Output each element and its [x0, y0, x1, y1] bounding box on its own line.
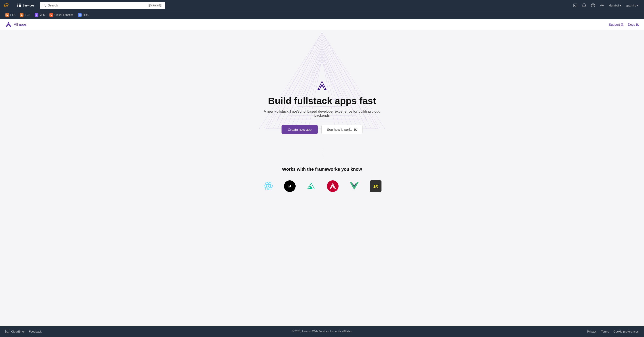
- ec2-icon: E: [20, 13, 24, 17]
- breadcrumb-cloudformation[interactable]: C CloudFormation: [48, 12, 75, 17]
- frameworks-grid: N: [261, 179, 383, 193]
- svg-point-7: [601, 5, 603, 6]
- framework-react[interactable]: [261, 179, 276, 193]
- ec2-label: EC2: [25, 13, 30, 16]
- external-link-icon: [621, 23, 624, 26]
- terms-link[interactable]: Terms: [601, 330, 609, 333]
- framework-nuxt[interactable]: [304, 179, 318, 193]
- cloudformation-icon: C: [50, 13, 53, 17]
- services-button[interactable]: Services: [16, 3, 36, 8]
- nav-right-actions: Mumbai ▾ sparkhe ▾: [571, 1, 641, 9]
- framework-vue[interactable]: [347, 179, 361, 193]
- gear-icon: [600, 3, 604, 7]
- search-input[interactable]: [48, 3, 146, 7]
- secondary-navigation: All apps Support Docs: [0, 19, 644, 30]
- footer: CloudShell Feedback © 2024, Amazon Web S…: [0, 326, 644, 337]
- question-icon: [591, 3, 595, 7]
- cookie-preferences-link[interactable]: Cookie preferences: [613, 330, 639, 333]
- region-button[interactable]: Mumbai ▾: [607, 3, 623, 8]
- rds-icon: R: [78, 13, 82, 17]
- footer-copyright: © 2024, Amazon Web Services, Inc. or its…: [292, 330, 352, 333]
- efs-label: EFS: [10, 13, 16, 16]
- feedback-link[interactable]: Feedback: [29, 330, 42, 333]
- user-arrow: ▾: [637, 4, 639, 7]
- settings-btn[interactable]: [598, 1, 606, 9]
- search-bar[interactable]: [Option+S]: [40, 2, 165, 9]
- framework-nextjs[interactable]: N: [283, 179, 297, 193]
- svg-point-40: [268, 185, 269, 187]
- cloudshell-footer-btn[interactable]: CloudShell: [5, 330, 25, 334]
- angular-icon-container: [327, 180, 338, 192]
- svg-point-1: [43, 4, 45, 6]
- nextjs-icon-container: N: [284, 180, 296, 192]
- external-link-small-icon: [354, 128, 357, 131]
- amplify-logo-icon: [5, 21, 12, 28]
- docs-label: Docs: [628, 23, 635, 26]
- footer-right: Privacy Terms Cookie preferences: [587, 330, 639, 333]
- privacy-link[interactable]: Privacy: [587, 330, 596, 333]
- breadcrumb-efs[interactable]: E EFS: [4, 12, 17, 17]
- svg-rect-48: [6, 330, 9, 333]
- js-icon-container: JS: [370, 180, 382, 192]
- svg-text:N: N: [288, 185, 290, 188]
- svg-text:JS: JS: [373, 184, 378, 189]
- breadcrumb-navigation: E EFS E EC2 V VPC C CloudFormation R RDS: [0, 11, 644, 19]
- hero-section: Build fullstack apps fast A new Fullstac…: [0, 30, 644, 147]
- search-icon: [42, 3, 46, 7]
- footer-left: CloudShell Feedback: [5, 330, 42, 334]
- see-how-it-works-button[interactable]: See how it works: [321, 125, 362, 134]
- hero-subtitle: A new Fullstack TypeScript based develop…: [257, 109, 387, 118]
- all-apps-link[interactable]: All apps: [5, 21, 26, 28]
- breadcrumb-ec2[interactable]: E EC2: [18, 12, 32, 17]
- vpc-label: VPC: [40, 13, 45, 16]
- region-arrow: ▾: [620, 4, 622, 7]
- user-menu-button[interactable]: sparkhe ▾: [624, 3, 640, 8]
- aws-logo[interactable]: aws: [4, 1, 12, 9]
- user-label: sparkhe: [626, 4, 636, 7]
- svg-text:aws: aws: [4, 4, 8, 7]
- breadcrumb-vpc[interactable]: V VPC: [33, 12, 47, 17]
- svg-line-31: [322, 57, 336, 129]
- section-divider: [322, 147, 322, 162]
- rds-label: RDS: [83, 13, 88, 16]
- breadcrumb-rds[interactable]: R RDS: [76, 12, 90, 17]
- create-new-app-button[interactable]: Create new app: [282, 125, 318, 134]
- svg-line-30: [308, 57, 322, 129]
- support-btn[interactable]: [589, 1, 597, 9]
- vpc-icon: V: [35, 13, 38, 17]
- search-shortcut: [Option+S]: [148, 3, 162, 7]
- hero-buttons: Create new app See how it works: [282, 125, 362, 134]
- svg-line-2: [45, 6, 46, 7]
- cloudshell-icon-btn[interactable]: [571, 1, 579, 9]
- secondary-nav-right: Support Docs: [609, 23, 639, 26]
- framework-angular[interactable]: [326, 179, 340, 193]
- svg-marker-42: [330, 183, 336, 189]
- hero-amplify-logo: [316, 79, 328, 93]
- support-link[interactable]: Support: [609, 23, 624, 26]
- docs-link[interactable]: Docs: [628, 23, 639, 26]
- cloudformation-label: CloudFormation: [54, 13, 73, 16]
- frameworks-title: Works with the frameworks you know: [282, 167, 362, 172]
- services-label: Services: [22, 3, 34, 7]
- efs-icon: E: [5, 13, 9, 17]
- svg-rect-3: [573, 4, 577, 7]
- all-apps-label: All apps: [14, 22, 26, 26]
- external-link-icon-2: [636, 23, 639, 26]
- cloudshell-footer-icon: [5, 330, 10, 334]
- framework-javascript[interactable]: JS: [368, 179, 383, 193]
- bell-icon: [582, 3, 586, 7]
- top-navigation: aws Services [Option+S]: [0, 0, 644, 11]
- support-label: Support: [609, 23, 620, 26]
- grid-icon: [18, 3, 21, 7]
- notifications-btn[interactable]: [580, 1, 588, 9]
- svg-point-6: [593, 6, 593, 7]
- cloudshell-footer-label: CloudShell: [11, 330, 25, 333]
- region-label: Mumbai: [609, 4, 619, 7]
- frameworks-section: Works with the frameworks you know: [0, 162, 644, 202]
- main-content: Build fullstack apps fast A new Fullstac…: [0, 30, 644, 326]
- hero-title: Build fullstack apps fast: [268, 96, 376, 106]
- terminal-icon: [573, 3, 577, 7]
